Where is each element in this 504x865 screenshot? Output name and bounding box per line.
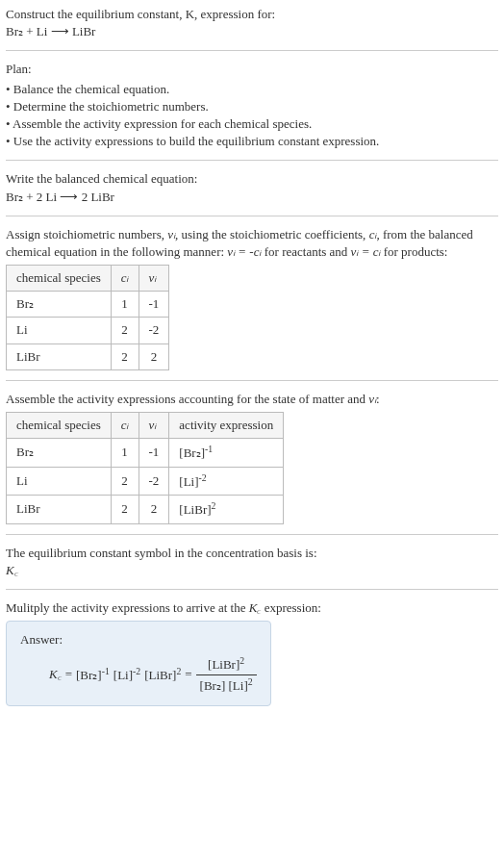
den2-base: [Li] (229, 678, 248, 693)
term3: [LiBr]2 (144, 665, 181, 685)
plan-list: Balance the chemical equation. Determine… (6, 81, 498, 151)
col-ci: cᵢ (111, 413, 139, 439)
plan-item: Balance the chemical equation. (6, 81, 498, 98)
cell: Br₂ (7, 439, 112, 468)
divider (6, 380, 498, 381)
cell: -1 (139, 292, 169, 318)
term2: [Li]-2 (113, 665, 140, 685)
answer-box: Answer: K꜀ = [Br₂]-1 [Li]-2 [LiBr]2 = [L… (6, 621, 271, 705)
numerator: [LiBr]2 (196, 654, 257, 675)
activity-table: chemical species cᵢ νᵢ activity expressi… (6, 412, 284, 524)
plan-heading: Plan: (6, 61, 498, 78)
cell: 2 (111, 343, 139, 369)
denominator: [Br₂] [Li]2 (196, 675, 257, 696)
cell: -2 (139, 318, 169, 343)
act-base: [Li] (179, 474, 198, 489)
term1-base: [Br₂] (76, 669, 102, 683)
cell: 2 (111, 467, 139, 496)
act-base: [Br₂] (179, 446, 205, 461)
term3-exp: 2 (176, 666, 181, 676)
col-ci: cᵢ (111, 266, 139, 292)
rel2: νᵢ = cᵢ (351, 244, 381, 259)
col-species: chemical species (7, 413, 112, 439)
table-row: Li 2 -2 (7, 318, 169, 343)
assign-text: Assign stoichiometric numbers, (6, 227, 167, 242)
table-header-row: chemical species cᵢ νᵢ activity expressi… (7, 413, 284, 439)
cell: Br₂ (7, 292, 112, 318)
cell: -1 (139, 439, 169, 468)
act-exp: -2 (199, 472, 207, 483)
term3-base: [LiBr] (144, 669, 176, 683)
assign: Assign stoichiometric numbers, νᵢ, using… (6, 226, 498, 370)
equals: = (65, 666, 72, 683)
cell: 2 (139, 496, 169, 524)
cell: 1 (111, 292, 139, 318)
cell: [LiBr]2 (169, 496, 284, 524)
assign-text: , using the stoichiometric coefficients, (175, 227, 369, 242)
den1-base: [Br₂] (200, 678, 226, 693)
balanced: Write the balanced chemical equation: Br… (6, 170, 498, 205)
symbol-section: The equilibrium constant symbol in the c… (6, 545, 498, 579)
cell: Li (7, 467, 112, 496)
nu-symbol: νᵢ (368, 392, 376, 406)
kc-symbol: K꜀ (6, 562, 498, 579)
rel1: νᵢ = -cᵢ (227, 244, 261, 259)
cell: 1 (111, 439, 139, 468)
col-activity: activity expression (169, 413, 284, 439)
divider (6, 160, 498, 161)
assemble-text: : (376, 392, 380, 406)
cell: 2 (111, 496, 139, 524)
plan: Plan: Balance the chemical equation. Det… (6, 61, 498, 150)
divider (6, 216, 498, 216)
cell: -2 (139, 467, 169, 496)
kc-symbol: K꜀ (249, 600, 262, 615)
balanced-equation: Br₂ + 2 Li ⟶ 2 LiBr (6, 189, 498, 206)
assemble-text: Assemble the activity expressions accoun… (6, 392, 368, 406)
table-header-row: chemical species cᵢ νᵢ (7, 266, 169, 292)
assign-text: for products: (380, 244, 447, 259)
cell: LiBr (7, 343, 112, 369)
balanced-heading: Write the balanced chemical equation: (6, 170, 498, 188)
term2-base: [Li] (113, 669, 133, 683)
multiply-section: Mulitply the activity expressions to arr… (6, 599, 498, 705)
symbol-text: The equilibrium constant symbol in the c… (6, 545, 498, 562)
table-row: Li 2 -2 [Li]-2 (7, 467, 284, 496)
divider (6, 534, 498, 535)
fraction: [LiBr]2 [Br₂] [Li]2 (196, 654, 257, 695)
table-row: Br₂ 1 -1 [Br₂]-1 (7, 439, 284, 468)
nu-symbol: νᵢ (167, 227, 175, 242)
table-row: Br₂ 1 -1 (7, 292, 169, 318)
kc-symbol: K꜀ (49, 666, 62, 683)
col-nu: νᵢ (139, 413, 169, 439)
table-row: LiBr 2 2 [LiBr]2 (7, 496, 284, 524)
answer-label: Answer: (20, 631, 257, 649)
act-exp: -1 (205, 444, 213, 454)
divider (6, 589, 498, 590)
act-exp: 2 (212, 500, 216, 511)
cell: 2 (139, 343, 169, 369)
act-base: [LiBr] (179, 503, 211, 518)
equals: = (185, 666, 191, 683)
multiply-text: Mulitply the activity expressions to arr… (6, 600, 249, 615)
cell: LiBr (7, 496, 112, 524)
intro-equation: Br₂ + Li ⟶ LiBr (6, 23, 498, 40)
term2-exp: -2 (133, 666, 140, 676)
cell: [Li]-2 (169, 467, 284, 496)
cell: [Br₂]-1 (169, 439, 284, 468)
term1-exp: -1 (102, 666, 110, 676)
plan-item: Assemble the activity expression for eac… (6, 115, 498, 133)
stoich-table: chemical species cᵢ νᵢ Br₂ 1 -1 Li 2 -2 … (6, 265, 169, 370)
plan-item: Determine the stoichiometric numbers. (6, 98, 498, 115)
cell: Li (7, 318, 112, 343)
col-nu: νᵢ (139, 266, 169, 292)
col-species: chemical species (7, 266, 112, 292)
den2-exp: 2 (248, 676, 253, 687)
assemble: Assemble the activity expressions accoun… (6, 391, 498, 524)
num-exp: 2 (239, 655, 244, 666)
table-row: LiBr 2 2 (7, 343, 169, 369)
num-base: [LiBr] (208, 658, 239, 673)
multiply-text: expression: (261, 600, 320, 615)
intro-line1: Construct the equilibrium constant, K, e… (6, 6, 498, 23)
intro: Construct the equilibrium constant, K, e… (6, 6, 498, 40)
kc-expression: K꜀ = [Br₂]-1 [Li]-2 [LiBr]2 = [LiBr]2 [B… (20, 654, 257, 695)
